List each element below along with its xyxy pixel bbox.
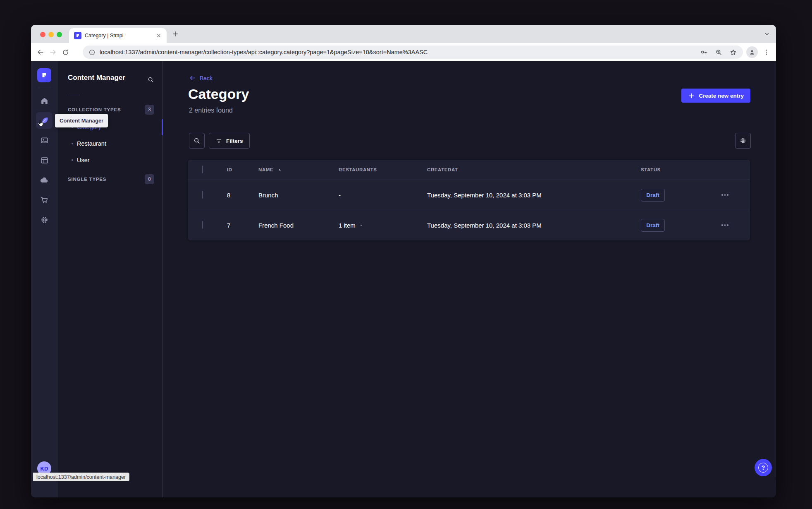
column-header-createdat[interactable]: CREATEDAT bbox=[427, 167, 641, 172]
browser-window: Category | Strapi bbox=[31, 25, 776, 497]
content-manager-tooltip: Content Manager bbox=[55, 114, 108, 127]
row-checkbox[interactable] bbox=[202, 221, 203, 229]
table-header-row: ID NAME RESTAURANTS CREATEDAT STATUS bbox=[188, 160, 750, 180]
window-controls bbox=[40, 32, 62, 37]
browser-tab[interactable]: Category | Strapi bbox=[69, 28, 167, 43]
plus-icon bbox=[688, 92, 695, 99]
view-settings-button[interactable] bbox=[735, 133, 751, 149]
tab-close-icon[interactable] bbox=[155, 32, 162, 39]
cell-name: Brunch bbox=[258, 192, 339, 199]
section-label: COLLECTION TYPES bbox=[68, 107, 121, 112]
maximize-window-button[interactable] bbox=[57, 32, 62, 37]
back-label: Back bbox=[200, 75, 213, 82]
rail-divider bbox=[38, 87, 51, 87]
row-actions-menu-icon[interactable] bbox=[721, 194, 750, 196]
subnav-item-label: User bbox=[77, 157, 90, 163]
page-title: Category bbox=[188, 86, 249, 102]
filters-button[interactable]: Filters bbox=[209, 133, 250, 149]
collection-types-count-badge: 3 bbox=[145, 105, 154, 115]
bullet-icon bbox=[72, 143, 73, 144]
bookmark-star-icon[interactable] bbox=[729, 48, 737, 56]
cell-restaurants-label: 1 item bbox=[339, 222, 356, 229]
section-label: SINGLE TYPES bbox=[68, 177, 106, 182]
desktop-background: Category | Strapi bbox=[0, 0, 812, 509]
back-link[interactable]: Back bbox=[189, 74, 213, 82]
chevron-down-icon bbox=[359, 223, 363, 228]
page-info-icon[interactable] bbox=[88, 49, 96, 56]
cell-createdat: Tuesday, September 10, 2024 at 3:03 PM bbox=[427, 222, 641, 229]
forward-icon[interactable] bbox=[47, 46, 59, 58]
create-new-entry-button[interactable]: Create new entry bbox=[681, 89, 750, 103]
entries-count: 2 entries found bbox=[189, 107, 233, 114]
link-status-bar: localhost:1337/admin/content-manager bbox=[33, 473, 129, 481]
subnav-item-restaurant[interactable]: Restaurant bbox=[68, 138, 158, 149]
cloud-icon bbox=[40, 175, 49, 185]
entries-table: ID NAME RESTAURANTS CREATEDAT STATUS bbox=[188, 160, 750, 240]
row-checkbox[interactable] bbox=[202, 191, 203, 199]
create-button-label: Create new entry bbox=[699, 93, 744, 99]
gear-icon bbox=[40, 216, 49, 224]
row-actions-menu-icon[interactable] bbox=[721, 224, 750, 226]
help-button[interactable]: ? bbox=[755, 459, 772, 476]
back-icon[interactable] bbox=[34, 46, 47, 58]
single-types-section: SINGLE TYPES 0 bbox=[68, 174, 154, 185]
column-header-name-label: NAME bbox=[258, 167, 273, 172]
sidebar-item-settings[interactable] bbox=[36, 211, 53, 228]
cell-restaurants[interactable]: 1 item bbox=[339, 222, 427, 229]
main-content: Back Category 2 entries found Create new… bbox=[163, 61, 776, 497]
cell-restaurants: - bbox=[339, 192, 427, 199]
single-types-count-badge: 0 bbox=[145, 174, 154, 184]
search-icon[interactable] bbox=[147, 76, 154, 83]
subnav-title: Content Manager bbox=[68, 74, 125, 82]
close-window-button[interactable] bbox=[40, 32, 45, 37]
url-bar[interactable]: localhost:1337/admin/content-manager/col… bbox=[83, 46, 743, 59]
subnav-divider bbox=[68, 95, 80, 95]
column-header-name[interactable]: NAME bbox=[258, 167, 339, 172]
browser-profile-icon[interactable] bbox=[746, 46, 758, 58]
sidebar-item-marketplace[interactable] bbox=[36, 192, 53, 208]
table-row[interactable]: 7 French Food 1 item Tuesday, September … bbox=[188, 210, 750, 240]
cell-id: 8 bbox=[227, 192, 258, 199]
browser-toolbar: localhost:1337/admin/content-manager/col… bbox=[31, 43, 776, 61]
cart-icon bbox=[40, 196, 49, 204]
status-badge: Draft bbox=[641, 189, 665, 202]
filter-lines-icon bbox=[215, 137, 222, 144]
bullet-icon bbox=[72, 159, 73, 161]
sidebar-item-content-type-builder[interactable] bbox=[36, 152, 53, 168]
media-library-icon bbox=[40, 136, 49, 145]
mouse-cursor-icon bbox=[37, 120, 45, 128]
strapi-admin-app: KD Content Manager COLLECTION TYPES 3 Ca… bbox=[31, 61, 776, 497]
column-header-id[interactable]: ID bbox=[227, 167, 258, 172]
column-header-restaurants[interactable]: RESTAURANTS bbox=[339, 167, 427, 172]
status-badge: Draft bbox=[641, 219, 665, 232]
cell-id: 7 bbox=[227, 222, 258, 229]
new-tab-button[interactable] bbox=[172, 30, 179, 38]
content-type-builder-icon bbox=[40, 156, 49, 165]
sidebar-item-home[interactable] bbox=[36, 92, 53, 109]
table-row[interactable]: 8 Brunch - Tuesday, September 10, 2024 a… bbox=[188, 180, 750, 210]
minimize-window-button[interactable] bbox=[48, 32, 54, 37]
url-text: localhost:1337/admin/content-manager/col… bbox=[100, 49, 693, 55]
browser-menu-icon[interactable] bbox=[763, 48, 770, 57]
cell-name: French Food bbox=[258, 222, 339, 229]
password-key-icon[interactable] bbox=[700, 48, 708, 56]
home-icon bbox=[40, 96, 49, 105]
sidebar-item-media-library[interactable] bbox=[36, 132, 53, 149]
select-all-checkbox[interactable] bbox=[202, 166, 203, 173]
filters-button-label: Filters bbox=[226, 138, 243, 144]
sort-ascending-icon bbox=[277, 168, 282, 172]
browser-tab-strip: Category | Strapi bbox=[31, 25, 776, 43]
column-header-status[interactable]: STATUS bbox=[641, 167, 721, 172]
search-icon bbox=[193, 137, 201, 144]
cell-createdat: Tuesday, September 10, 2024 at 3:03 PM bbox=[427, 192, 641, 199]
table-search-button[interactable] bbox=[189, 133, 205, 149]
arrow-left-icon bbox=[189, 74, 196, 82]
avatar-initials: KD bbox=[41, 466, 48, 472]
strapi-logo[interactable] bbox=[37, 68, 51, 82]
subnav-item-user[interactable]: User bbox=[68, 155, 158, 166]
subnav-item-label: Restaurant bbox=[77, 140, 106, 147]
reload-icon[interactable] bbox=[59, 46, 72, 58]
sidebar-item-deploy[interactable] bbox=[36, 172, 53, 188]
tab-search-chevron-icon[interactable] bbox=[764, 31, 770, 37]
zoom-icon[interactable] bbox=[715, 48, 723, 56]
